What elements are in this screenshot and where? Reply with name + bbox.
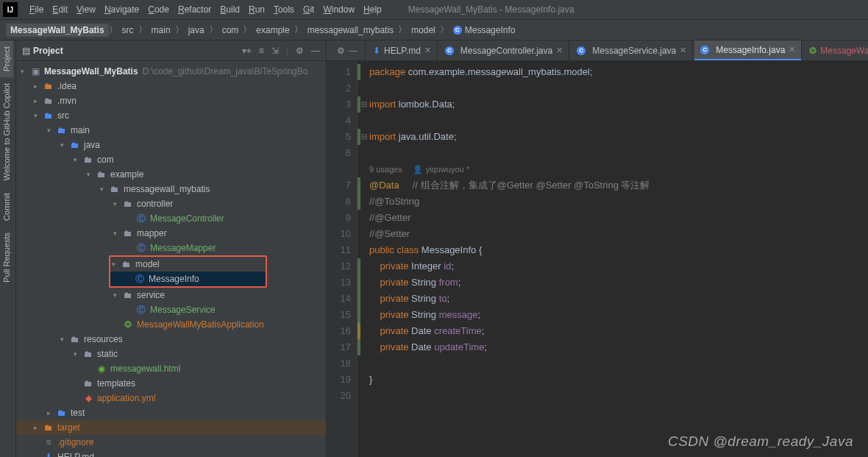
expand-arrow-icon[interactable]: ▾ [113,230,122,237]
tool-tab-project[interactable]: Project [0,40,13,77]
code-line[interactable] [357,388,868,404]
code-line[interactable]: private Date createTime; [357,323,868,339]
code-line[interactable]: //@Getter [357,210,868,226]
tab-settings-button[interactable]: ⚙ — [330,40,366,60]
tree-node[interactable]: ⒸMessageInfo [110,272,266,286]
tree-node[interactable]: ▾🖿resources [16,332,326,347]
tree-node[interactable]: ▾🖿controller [16,196,326,211]
breadcrumb-item[interactable]: src [118,24,138,37]
tree-node[interactable]: ▾🖿src [16,108,326,123]
expand-arrow-icon[interactable]: ▾ [60,336,69,343]
menu-git[interactable]: Git [299,2,319,17]
menu-code[interactable]: Code [143,2,174,17]
code-line[interactable] [357,113,868,129]
tree-node[interactable]: ▸🖿test [16,405,326,420]
tool-tab-commit[interactable]: Commit [0,187,13,227]
expand-arrow-icon[interactable]: ▾ [34,112,43,119]
project-tree[interactable]: ▾ ▣ MessageWall_MyBatis D:\code_github\D… [16,61,326,457]
breadcrumb-item[interactable]: main [147,24,175,37]
breadcrumb-item[interactable]: MessageWall_MyBatis [6,24,109,37]
code-line[interactable]: private String message; [357,307,868,323]
menu-tools[interactable]: Tools [269,2,299,17]
tree-node[interactable]: ⒸMessageService [16,302,326,317]
code-line[interactable]: //@ToString [357,194,868,210]
tree-node[interactable]: ▾🖿example [16,167,326,182]
menu-refactor[interactable]: Refactor [174,2,216,17]
code-line[interactable]: } [357,372,868,388]
code-line[interactable]: private Integer id; [357,258,868,274]
tree-node[interactable]: ⒸMessageController [16,211,326,226]
tree-node[interactable]: ⬇HELP.md [16,450,326,457]
tree-node[interactable]: ⒸMessageMapper [16,241,326,255]
editor-tab[interactable]: CMessageInfo.java✕ [694,40,802,60]
code-line[interactable]: ⊟import lombok.Data; [357,96,868,113]
code-line[interactable]: @Data // 组合注解，集成了@Getter @Setter @ToStri… [357,177,868,194]
tree-node[interactable]: ▸🖿.idea [16,79,326,93]
expand-all-icon[interactable]: ≡ [259,46,264,56]
tree-node[interactable]: ◆application.yml [16,391,326,405]
menu-build[interactable]: Build [216,2,244,17]
project-panel-header[interactable]: ▤ Project ▾ ⌖ ≡ ⇲ | ⚙ — [16,40,326,61]
tree-node[interactable]: ▾🖿com [16,152,326,167]
settings-icon[interactable]: ⚙ [296,46,304,56]
collapse-all-icon[interactable]: ⇲ [271,46,279,56]
code-line[interactable]: private String from; [357,274,868,291]
menu-run[interactable]: Run [244,2,269,17]
expand-arrow-icon[interactable]: ▸ [47,409,56,417]
close-icon[interactable]: ✕ [424,46,431,55]
tree-node[interactable]: ▾🖿static [16,347,326,361]
editor-tab[interactable]: ❂MessageWallMyBat [803,40,868,60]
tree-node[interactable]: ≡.gitignore [16,435,326,450]
code-line[interactable] [357,80,868,96]
tree-node[interactable]: ▸🖿.mvn [16,93,326,108]
tree-node[interactable]: ▸🖿target [16,420,326,435]
breadcrumb-item[interactable]: model [407,24,440,37]
expand-arrow-icon[interactable]: ▾ [112,261,121,268]
expand-arrow-icon[interactable]: ▾ [74,156,82,163]
code-line[interactable] [357,145,868,161]
breadcrumb-item[interactable]: java [184,24,209,37]
expand-arrow-icon[interactable]: ▾ [100,185,109,193]
expand-arrow-icon[interactable]: ▾ [87,171,96,178]
menu-navigate[interactable]: Navigate [100,2,143,17]
breadcrumb-item[interactable]: example [252,24,294,37]
code-line[interactable]: private String to; [357,291,868,307]
menu-file[interactable]: File [25,2,48,17]
tree-node[interactable]: 🖿templates [16,376,326,391]
editor-tab[interactable]: CMessageService.java✕ [571,40,693,60]
expand-arrow-icon[interactable]: ▸ [34,97,43,104]
expand-arrow-icon[interactable]: ▸ [34,82,43,90]
close-icon[interactable]: ✕ [556,46,563,55]
expand-arrow-icon[interactable]: ▾ [113,291,122,299]
menu-edit[interactable]: Edit [48,2,72,17]
breadcrumb-item[interactable]: messagewall_mybatis [303,24,398,37]
expand-arrow-icon[interactable]: ▾ [74,350,82,358]
code-editor[interactable]: 123456 7891011121314151617181920 package… [327,61,868,457]
tree-node[interactable]: ▾🖿main [16,123,326,138]
breadcrumb-item[interactable]: com [218,24,243,37]
menu-help[interactable]: Help [359,2,386,17]
hide-icon[interactable]: — [311,46,320,56]
fold-icon[interactable]: ⊟ [361,96,367,113]
close-icon[interactable]: ✕ [789,45,795,54]
tree-node[interactable]: ◉messagewall.html [16,361,326,376]
tree-node[interactable]: ▾🖿model [110,257,266,272]
tool-tab-pull-requests[interactable]: Pull Requests [0,227,13,288]
usages-hint[interactable]: 9 usages👤yiquwuyou * [357,161,868,177]
code-line[interactable]: //@Setter [357,226,868,242]
tree-node[interactable]: ▾🖿service [16,288,326,302]
expand-arrow-icon[interactable]: ▾ [113,200,122,208]
menu-window[interactable]: Window [319,2,359,17]
tree-node[interactable]: ▾🖿mapper [16,226,326,241]
tree-node[interactable]: ❂MessageWallMyBatisApplication [16,317,326,332]
breadcrumb-item[interactable]: CMessageInfo [449,24,520,37]
close-icon[interactable]: ✕ [680,46,686,55]
menu-view[interactable]: View [72,2,100,17]
expand-arrow-icon[interactable]: ▾ [47,127,56,134]
tree-node[interactable]: ▾🖿messagewall_mybatis [16,182,326,196]
code-line[interactable] [357,355,868,372]
code-line[interactable]: ⊟import java.util.Date; [357,129,868,145]
expand-arrow-icon[interactable]: ▾ [60,141,69,149]
tree-root[interactable]: ▾ ▣ MessageWall_MyBatis D:\code_github\D… [16,64,326,79]
editor-tab[interactable]: CMessageController.java✕ [439,40,569,60]
